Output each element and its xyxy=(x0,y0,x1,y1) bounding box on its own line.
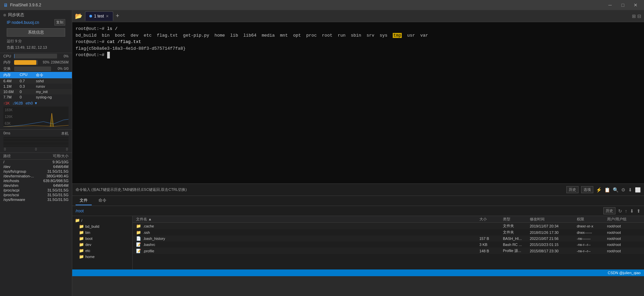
fm-file-owner: root/root xyxy=(607,249,641,253)
cpu-label: CPU xyxy=(3,54,13,58)
net-interface: eth0 ▼ xyxy=(26,101,38,105)
fm-file-date: 2018/01/26 17:30 xyxy=(530,230,577,235)
fm-file-row[interactable]: 📝 .profile 148 B Profile 源... 2015/08/17… xyxy=(133,248,644,254)
tab-bar: 📂 1 test × + ⊞ ⊟ xyxy=(72,10,644,22)
app-title: FinalShell 3.9.6.2 xyxy=(10,3,605,7)
grid-layout-icon[interactable]: ⊞ xyxy=(632,13,636,19)
disk-row: /proc/acpi31.5G/31.5G xyxy=(0,188,72,193)
fm-file-type: 文件夹 xyxy=(503,230,530,235)
options-button[interactable]: 选项 xyxy=(581,186,593,193)
script-icon: 📝 xyxy=(136,249,141,253)
fm-file-type: BASH_HI... xyxy=(503,237,530,241)
bottom-panel: 文件 命令 /root 历史 ↻ ↑ ⬇ ⬆ 📁 / 📁 xyxy=(72,196,644,269)
fm-file-size: 3 KB xyxy=(479,243,503,247)
cpu-bar-fill xyxy=(14,54,14,58)
term-line-1: root@out:~# ls / xyxy=(76,26,641,32)
fm-file-row[interactable]: 📁 .ssh 文件夹 2018/01/26 17:30 drwx------ r… xyxy=(133,229,644,236)
fm-content: 📁 / 📁 bd_build 📁 bin 📁 boot xyxy=(72,216,644,269)
mem-bar-bg xyxy=(14,60,38,65)
close-button[interactable]: ✕ xyxy=(631,0,641,10)
disk-row: /sys/fs/cgroup31.5G/31.5G xyxy=(0,169,72,174)
fm-col-perm: 权限 xyxy=(577,217,607,222)
fm-file-date: 2019/11/07 20:34 xyxy=(530,224,577,228)
sysinfo-button[interactable]: 系统信息 xyxy=(7,28,65,37)
mem-percent: 93% xyxy=(39,60,49,64)
fm-file-name: .cache xyxy=(143,224,479,228)
proc-row: 6.4M0.7sshd xyxy=(0,78,72,84)
folder-icon: 📁 xyxy=(79,254,84,259)
tree-item-root[interactable]: 📁 / xyxy=(74,217,131,223)
net-label-63k: 63K xyxy=(5,122,12,125)
net-iface-label: eth0 xyxy=(26,101,33,105)
fm-file-type: Profile 源... xyxy=(503,248,530,253)
fm-file-type: 文件夹 xyxy=(503,223,530,228)
proc-row: 7.7M0syslog-ng xyxy=(0,94,72,100)
history-button[interactable]: 历史 xyxy=(566,186,578,193)
folder-icon: 📁 xyxy=(79,230,84,235)
fm-file-row[interactable]: 📁 .cache 文件夹 2019/11/07 20:34 drwxr-xr-x… xyxy=(133,223,644,229)
tab-files[interactable]: 文件 xyxy=(76,196,92,205)
settings-icon[interactable]: ⚙ xyxy=(621,187,626,193)
swap-detail: 0/0 xyxy=(64,67,69,71)
tab-test[interactable]: 1 test × xyxy=(85,11,113,21)
term-line-4: flag{c5b0a6e3-18a3-4e1d-88f3-d575714f7fa… xyxy=(76,45,641,52)
fm-refresh-icon[interactable]: ↻ xyxy=(618,208,622,214)
fm-file-name: .bashrc xyxy=(143,243,479,247)
tree-item-bd_build[interactable]: 📁 bd_build xyxy=(74,223,131,229)
fm-file-row[interactable]: 📝 .bashrc 3 KB Bash RC ... 2015/10/23 01… xyxy=(133,242,644,248)
fm-up-icon[interactable]: ↑ xyxy=(625,208,627,214)
maximize-button[interactable]: □ xyxy=(618,0,628,10)
add-tab-button[interactable]: + xyxy=(115,12,121,19)
folder-icon[interactable]: 📂 xyxy=(75,12,82,20)
fm-col-owner: 用户/用户组 xyxy=(607,217,641,222)
fm-history-button[interactable]: 历史 xyxy=(603,207,615,214)
minimize-button[interactable]: ─ xyxy=(605,0,615,10)
folder-icon: 📁 xyxy=(79,224,84,229)
fm-upload-icon[interactable]: ⬆ xyxy=(637,208,641,214)
file-icon: 📄 xyxy=(136,236,141,241)
tab-commands[interactable]: 命令 xyxy=(94,196,111,205)
cpu-value: 0% xyxy=(58,54,69,58)
tree-item-dev[interactable]: 📁 dev xyxy=(74,242,131,248)
statusbar-user: CSDN @julien_qiao xyxy=(608,271,641,275)
fm-file-perm: -rw------- xyxy=(577,237,607,241)
download-icon[interactable]: ⬇ xyxy=(628,187,632,193)
cpu-bar-bg xyxy=(14,54,57,58)
tree-item-bin[interactable]: 📁 bin xyxy=(74,229,131,236)
ping-header: 0ms 本机 xyxy=(3,131,69,136)
fm-path: /root xyxy=(76,209,601,213)
proc-row: 1.1M0.3runsv xyxy=(0,84,72,89)
copy-icon[interactable]: 📋 xyxy=(604,187,610,193)
tree-item-boot[interactable]: 📁 boot xyxy=(74,236,131,242)
window-icon[interactable]: ⬜ xyxy=(635,187,641,193)
fm-toolbar: /root 历史 ↻ ↑ ⬇ ⬆ xyxy=(72,206,644,216)
tree-item-home[interactable]: 📁 home xyxy=(74,254,131,260)
lightning-icon[interactable]: ⚡ xyxy=(596,187,602,193)
terminal[interactable]: root@out:~# ls / bd_build bin boot dev e… xyxy=(72,22,644,183)
folder-icon: 📁 xyxy=(136,224,141,228)
disk-section: 路径 可用/大小 /9.9G/10G /dev64M/64M /sys/fs/c… xyxy=(0,153,72,296)
folder-icon: 📁 xyxy=(79,248,84,253)
net-download: ↓962B xyxy=(12,101,23,105)
proc-col-cmd: 命令 xyxy=(36,73,69,78)
tree-item-etc[interactable]: 📁 etc xyxy=(74,248,131,254)
fm-file-perm: drwx------ xyxy=(577,230,607,235)
fm-files: 文件名 ▲ 大小 类型 修改时间 权限 用户/用户组 📁 .cache 文件夹 … xyxy=(133,216,644,269)
ping-value: 0ms xyxy=(3,131,10,136)
proc-table-header: 内存 CPU 命令 xyxy=(0,72,72,78)
expand-layout-icon[interactable]: ⊟ xyxy=(637,13,641,19)
net-upload: ↑1K xyxy=(3,101,10,105)
cmd-bar: 命令输入 (按ALT键提示历史,TAB键路径,ESC键返回,双击CTRL切换) … xyxy=(72,183,644,196)
disk-col-path: 路径 xyxy=(3,154,42,159)
fm-col-name: 文件名 ▲ xyxy=(136,217,479,222)
term-line-2: bd_build bin boot dev etc flag.txt get-p… xyxy=(76,32,641,39)
fm-file-row[interactable]: 📄 .bash_history 157 B BASH_HI... 2022/10… xyxy=(133,236,644,242)
copy-button[interactable]: 复制 xyxy=(54,19,65,26)
tab-label: 1 test xyxy=(94,14,104,18)
fm-download-icon[interactable]: ⬇ xyxy=(630,208,634,214)
swap-label: 交换 xyxy=(3,66,13,71)
disk-header: 路径 可用/大小 xyxy=(0,153,72,160)
cmd-input[interactable] xyxy=(189,187,564,192)
search-icon[interactable]: 🔍 xyxy=(613,187,618,193)
tab-close-button[interactable]: × xyxy=(106,13,109,19)
